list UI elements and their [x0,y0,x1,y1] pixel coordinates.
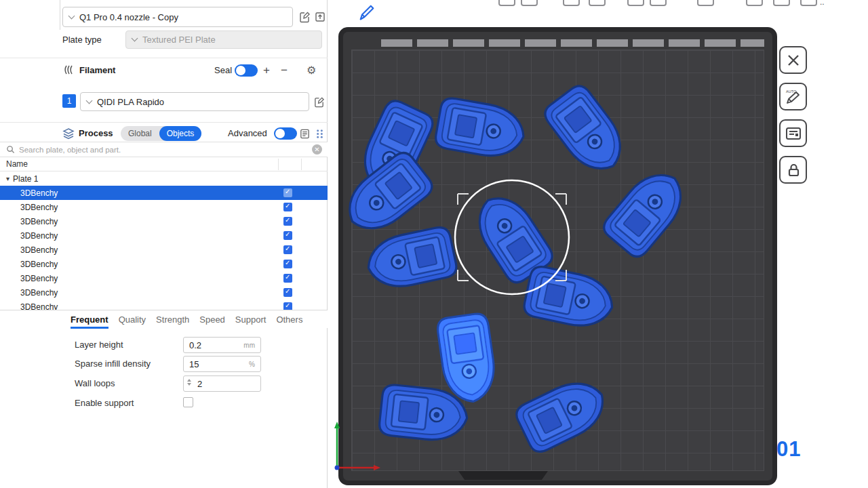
tab-speed[interactable]: Speed [199,310,225,329]
print-checkbox[interactable] [283,188,292,197]
edit-filament-icon[interactable] [311,94,326,109]
view-list-icon[interactable] [297,126,312,141]
spinner-arrows [187,378,192,386]
tree-row[interactable]: 3DBenchy [0,186,328,200]
sparse-infill-field: % [183,356,261,372]
printer-select[interactable]: Q1 Pro 0.4 nozzle - Copy [62,7,293,27]
benchy-model[interactable] [513,372,612,455]
tab-others[interactable]: Others [276,310,302,329]
print-checkbox[interactable] [283,203,292,211]
export-config-icon[interactable] [313,9,328,24]
tree-row[interactable]: 3DBenchy [0,243,328,257]
tab-support[interactable]: Support [235,310,267,329]
gear-icon[interactable]: ⚙ [307,64,316,77]
object-label: 3DBenchy [20,302,58,310]
filament-select-value: QIDI PLA Rapido [97,97,164,107]
sort-objects-icon[interactable] [312,126,327,141]
seal-label: Seal [214,65,232,75]
tree-row[interactable]: 3DBenchy [0,300,328,310]
tree-row[interactable]: 3DBenchy [0,200,328,214]
tab-strength[interactable]: Strength [156,310,189,329]
auto-orient-icon: AUTO [785,88,802,106]
enable-support-label: Enable support [75,398,134,408]
viewport-3d[interactable]: .. [328,0,868,488]
print-checkbox[interactable] [283,245,292,254]
tree-row-plate[interactable]: ▾ Plate 1 [0,171,328,186]
layer-height-unit: mm [243,342,255,349]
filament-slot-badge[interactable]: 1 [62,94,76,108]
object-label: 3DBenchy [20,274,58,283]
tree-row[interactable]: 3DBenchy [0,257,328,271]
settings-tabs: Frequent Quality Strength Speed Support … [0,310,328,328]
plate-number-label[interactable]: 01 [776,437,801,462]
toggle-knob [275,129,285,138]
left-panel: Q1 Pro 0.4 nozzle - Copy Plate type Text… [0,0,328,488]
print-checkbox[interactable] [283,288,292,297]
name-column-header: Name [6,159,28,169]
benchy-model[interactable] [522,264,617,332]
layer-height-label: Layer height [75,340,123,350]
sparse-infill-label: Sparse infill density [75,359,151,369]
chevron-down-icon [68,12,75,19]
object-tree: ▾ Plate 1 3DBenchy 3DBenchy 3DBenchy 3DB… [0,171,328,310]
caret-down-icon[interactable]: ▾ [6,175,9,182]
delete-all-button[interactable] [779,46,807,74]
divider [0,58,328,58]
search-input[interactable] [19,146,308,154]
scope-objects-button[interactable]: Objects [159,126,202,141]
add-filament-button[interactable]: + [260,64,273,77]
wall-loops-label: Wall loops [75,378,115,388]
chevron-down-icon [132,35,138,42]
tree-row[interactable]: 3DBenchy [0,271,328,285]
object-label: 3DBenchy [20,217,58,226]
toggle-knob [236,66,245,75]
print-checkbox[interactable] [283,231,292,240]
plate-type-value: Textured PEI Plate [142,35,216,45]
print-checkbox[interactable] [283,217,292,226]
tab-quality[interactable]: Quality [119,310,146,329]
clear-search-icon[interactable]: ✕ [312,144,322,155]
tree-row[interactable]: 3DBenchy [0,214,328,228]
plate-type-select[interactable]: Textured PEI Plate [125,30,322,49]
lock-icon [785,162,802,178]
tab-frequent[interactable]: Frequent [71,310,108,329]
search-icon [6,145,15,154]
benchy-model[interactable] [363,225,458,293]
tree-row[interactable]: 3DBenchy [0,285,328,300]
axes-gizmo [334,422,380,470]
print-checkbox[interactable] [283,302,292,310]
filament-select[interactable]: QIDI PLA Rapido [80,92,309,111]
object-label: 3DBenchy [20,245,58,255]
top-left-divider [60,0,60,30]
seal-toggle[interactable] [235,64,258,77]
tree-row[interactable]: 3DBenchy [0,228,328,243]
benchy-model[interactable] [337,148,437,242]
scope-toggle-group: Global Objects [121,126,201,141]
scope-global-button[interactable]: Global [121,126,159,141]
edit-preset-icon[interactable] [297,9,312,24]
sparse-infill-unit: % [249,361,255,368]
benchy-model[interactable] [599,162,694,261]
enable-support-checkbox[interactable] [183,397,193,407]
chevron-down-icon [86,97,93,104]
print-checkbox[interactable] [283,274,292,283]
filament-spool-icon [61,62,76,77]
spinner-up-icon[interactable] [187,378,192,382]
lock-button[interactable] [779,156,807,184]
wall-loops-value[interactable]: 2 [197,379,202,389]
object-label: 3DBenchy [20,260,58,269]
remove-filament-button[interactable]: − [277,64,291,77]
spinner-down-icon[interactable] [187,383,192,386]
filament-section-title: Filament [79,65,115,75]
arrange-button[interactable] [779,119,807,147]
auto-orient-button[interactable]: AUTO [779,83,807,110]
advanced-toggle[interactable] [274,127,297,140]
benchy-model[interactable] [434,96,528,161]
object-label: 3DBenchy [20,188,58,198]
plate-type-label: Plate type [62,35,102,45]
benchy-model[interactable] [540,82,633,182]
print-checkbox[interactable] [283,260,292,268]
process-section-title: Process [79,128,113,138]
viewport-side-buttons: AUTO [779,46,807,184]
divider [0,122,328,123]
